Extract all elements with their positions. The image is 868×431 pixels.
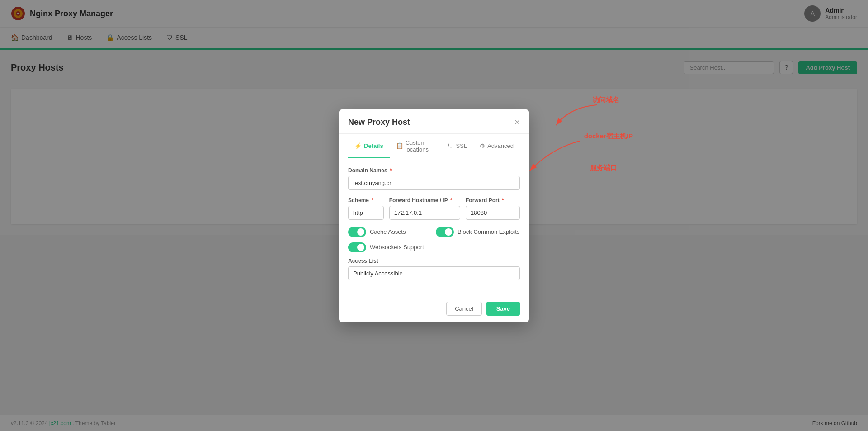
access-list-group: Access List bbox=[348, 258, 520, 280]
modal-footer: Cancel Save bbox=[339, 295, 529, 322]
forward-hostname-label: Forward Hostname / IP * bbox=[389, 197, 460, 204]
tab-advanced[interactable]: ⚙ Advanced bbox=[473, 134, 520, 158]
cache-assets-group: Cache Assets bbox=[348, 227, 432, 237]
toggles-row-2: Websockets Support bbox=[348, 242, 520, 252]
modal-header: New Proxy Host × bbox=[339, 109, 529, 134]
tab-custom-locations-label: Custom locations bbox=[406, 139, 435, 153]
lightning-icon: ⚡ bbox=[354, 142, 362, 149]
modal-overlay: 访问域名 docker宿主机IP bbox=[0, 0, 868, 431]
modal-tabs: ⚡ Details 📋 Custom locations 🛡 SSL ⚙ Adv… bbox=[339, 134, 529, 158]
forward-port-group: Forward Port * bbox=[466, 197, 520, 220]
gear-icon: ⚙ bbox=[480, 142, 485, 149]
scheme-input[interactable] bbox=[348, 206, 384, 220]
cache-assets-label: Cache Assets bbox=[370, 228, 406, 235]
block-exploits-label: Block Common Exploits bbox=[458, 228, 519, 235]
forward-port-input[interactable] bbox=[466, 206, 520, 220]
forward-port-label: Forward Port * bbox=[466, 197, 520, 204]
access-list-label: Access List bbox=[348, 258, 520, 264]
tab-ssl-shield-icon: 🛡 bbox=[448, 142, 454, 149]
tab-ssl-label: SSL bbox=[456, 142, 467, 149]
forward-details-row: Scheme * Forward Hostname / IP * Forward… bbox=[348, 197, 520, 220]
websockets-label: Websockets Support bbox=[370, 244, 424, 251]
annotation-visit-domain: 访问域名 bbox=[592, 96, 619, 104]
tab-custom-locations[interactable]: 📋 Custom locations bbox=[390, 134, 442, 158]
block-exploits-toggle[interactable] bbox=[436, 227, 454, 237]
domain-names-group: Domain Names * bbox=[348, 167, 520, 190]
modal-close-button[interactable]: × bbox=[514, 118, 520, 127]
tab-advanced-label: Advanced bbox=[487, 142, 514, 149]
websockets-toggle[interactable] bbox=[348, 242, 366, 252]
modal-title: New Proxy Host bbox=[348, 118, 410, 127]
domain-names-label: Domain Names * bbox=[348, 167, 520, 174]
layers-icon: 📋 bbox=[396, 142, 403, 149]
annotation-service-port: 服务端口 bbox=[590, 164, 617, 171]
new-proxy-host-modal: 访问域名 docker宿主机IP bbox=[339, 109, 529, 322]
block-exploits-group: Block Common Exploits bbox=[436, 227, 520, 237]
access-list-input[interactable] bbox=[348, 266, 520, 280]
tab-ssl[interactable]: 🛡 SSL bbox=[442, 134, 474, 158]
annotation-arrow-ip bbox=[525, 139, 589, 175]
forward-hostname-group: Forward Hostname / IP * bbox=[389, 197, 460, 220]
cache-assets-toggle[interactable] bbox=[348, 227, 366, 237]
annotation-docker-ip: docker宿主机IP bbox=[584, 132, 633, 140]
domain-names-input[interactable] bbox=[348, 176, 520, 190]
scheme-label: Scheme * bbox=[348, 197, 384, 204]
forward-hostname-input[interactable] bbox=[389, 206, 460, 220]
annotation-arrow-domain bbox=[552, 103, 606, 130]
tab-details-label: Details bbox=[364, 142, 383, 149]
tab-details[interactable]: ⚡ Details bbox=[348, 134, 390, 158]
cancel-button[interactable]: Cancel bbox=[446, 302, 481, 316]
scheme-group: Scheme * bbox=[348, 197, 384, 220]
websockets-group: Websockets Support bbox=[348, 242, 520, 252]
save-button[interactable]: Save bbox=[486, 302, 520, 316]
modal-body: Domain Names * Scheme * Forward Hostname… bbox=[339, 158, 529, 295]
toggles-row-1: Cache Assets Block Common Exploits bbox=[348, 227, 520, 237]
